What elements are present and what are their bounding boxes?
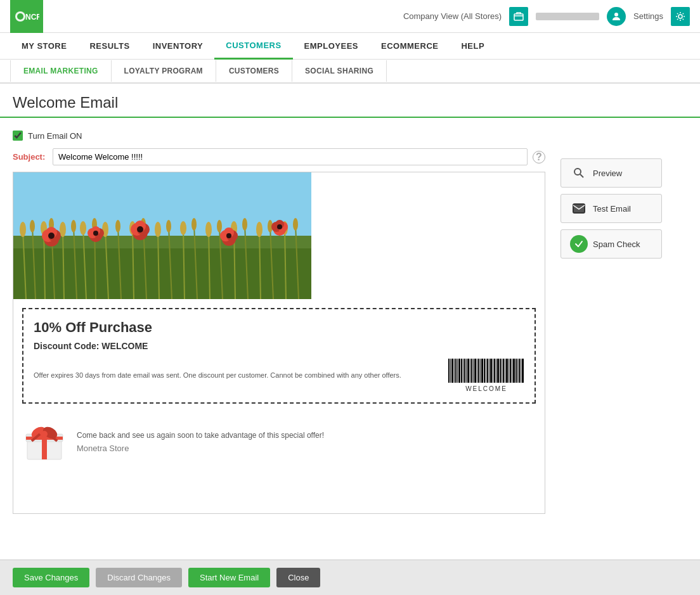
- logo-area: NCR: [10, 0, 43, 33]
- svg-point-49: [205, 222, 212, 237]
- svg-point-52: [242, 218, 247, 231]
- svg-rect-99: [478, 359, 479, 383]
- coupon-details: Offer expires 30 days from date email wa…: [34, 359, 524, 392]
- subnav-customers[interactable]: CUSTOMERS: [216, 60, 292, 82]
- svg-point-33: [20, 222, 26, 237]
- svg-point-46: [166, 220, 171, 233]
- subject-label: Subject:: [13, 152, 48, 162]
- svg-rect-86: [455, 359, 457, 383]
- sub-nav: EMAIL MARKETING LOYALTY PROGRAM CUSTOMER…: [0, 60, 700, 84]
- subject-input[interactable]: [53, 148, 528, 165]
- svg-point-53: [256, 222, 262, 237]
- svg-rect-115: [506, 359, 508, 383]
- svg-point-48: [191, 218, 197, 231]
- barcode-label: WELCOME: [465, 385, 507, 392]
- footer-bar: Save Changes Discard Changes Start New E…: [0, 560, 700, 591]
- coupon-section: 10% Off Purchase Discount Code: WELCOME …: [22, 308, 536, 404]
- svg-rect-119: [513, 359, 515, 383]
- discard-changes-button[interactable]: Discard Changes: [96, 568, 182, 587]
- svg-point-71: [226, 233, 231, 238]
- svg-rect-107: [493, 359, 493, 383]
- username-blurred: [536, 13, 599, 20]
- start-new-email-button[interactable]: Start New Email: [188, 568, 270, 587]
- email-preview-container[interactable]: 10% Off Purchase Discount Code: WELCOME …: [13, 172, 545, 514]
- svg-point-4: [614, 13, 618, 16]
- store-icon-btn[interactable]: [509, 7, 528, 26]
- svg-rect-95: [471, 359, 472, 383]
- svg-rect-3: [514, 14, 523, 20]
- preview-label: Preview: [593, 169, 622, 178]
- toggle-row: Turn Email ON: [13, 131, 545, 141]
- main-nav: MY STORE RESULTS INVENTORY CUSTOMERS EMP…: [0, 33, 700, 60]
- email-editor: Turn Email ON Subject: ?: [13, 131, 545, 514]
- gift-box-image: [22, 419, 67, 463]
- svg-point-47: [180, 221, 186, 235]
- svg-rect-93: [467, 359, 469, 383]
- store-message-area: Come back and see us again soon to take …: [77, 430, 324, 453]
- svg-rect-111: [500, 359, 501, 383]
- svg-rect-102: [484, 359, 485, 383]
- settings-icon-btn[interactable]: [671, 7, 690, 26]
- spam-check-label: Spam Check: [593, 240, 640, 249]
- svg-point-56: [293, 218, 298, 231]
- svg-rect-98: [477, 359, 477, 383]
- ncr-logo: NCR: [10, 0, 43, 33]
- svg-rect-116: [509, 359, 509, 383]
- nav-my-store[interactable]: MY STORE: [10, 34, 78, 58]
- spam-check-button[interactable]: Spam Check: [561, 229, 662, 259]
- nav-help[interactable]: HELP: [450, 34, 496, 58]
- svg-rect-94: [470, 359, 470, 383]
- company-view-label: Company View (All Stores): [403, 11, 502, 21]
- svg-rect-97: [474, 359, 476, 383]
- svg-rect-120: [515, 359, 517, 383]
- svg-rect-112: [502, 359, 502, 383]
- svg-point-5: [678, 15, 682, 18]
- preview-icon: [570, 164, 588, 182]
- svg-rect-106: [490, 359, 492, 383]
- svg-rect-88: [458, 359, 460, 383]
- nav-ecommerce[interactable]: ECOMMERCE: [370, 34, 450, 58]
- svg-rect-100: [480, 359, 481, 383]
- user-icon-btn[interactable]: [607, 7, 626, 26]
- preview-button[interactable]: Preview: [561, 158, 662, 188]
- subnav-email-marketing[interactable]: EMAIL MARKETING: [10, 60, 112, 82]
- nav-inventory[interactable]: INVENTORY: [141, 34, 215, 58]
- svg-point-42: [115, 220, 120, 233]
- save-changes-button[interactable]: Save Changes: [13, 568, 89, 587]
- svg-point-66: [137, 226, 143, 233]
- svg-rect-84: [451, 359, 453, 383]
- svg-rect-85: [454, 359, 455, 383]
- subnav-social-sharing[interactable]: SOCIAL SHARING: [292, 60, 387, 82]
- svg-point-39: [80, 221, 86, 235]
- svg-rect-113: [503, 359, 504, 383]
- svg-rect-121: [517, 359, 518, 383]
- svg-rect-122: [519, 359, 520, 383]
- email-toggle-checkbox[interactable]: [13, 131, 23, 141]
- email-banner-image: [13, 172, 311, 299]
- test-email-button[interactable]: Test Email: [561, 194, 662, 223]
- help-icon[interactable]: ?: [533, 151, 545, 163]
- page-wrapper: Welcome Email Turn Email ON Subject: ?: [0, 84, 700, 591]
- email-preview-inner: 10% Off Purchase Discount Code: WELCOME …: [13, 172, 545, 472]
- svg-point-131: [41, 431, 48, 437]
- svg-rect-109: [496, 359, 496, 383]
- svg-rect-108: [494, 359, 495, 383]
- svg-point-132: [574, 169, 581, 175]
- nav-results[interactable]: RESULTS: [78, 34, 141, 58]
- svg-rect-104: [487, 359, 488, 383]
- settings-label: Settings: [633, 11, 663, 21]
- nav-employees[interactable]: EMPLOYEES: [293, 34, 370, 58]
- coupon-text: Offer expires 30 days from date email wa…: [34, 371, 438, 380]
- svg-point-38: [71, 220, 76, 233]
- top-header: NCR Company View (All Stores) Settings: [0, 0, 700, 33]
- test-email-label: Test Email: [593, 204, 631, 214]
- svg-rect-8: [13, 248, 311, 299]
- subnav-loyalty-program[interactable]: LOYALTY PROGRAM: [112, 60, 216, 82]
- svg-rect-90: [463, 359, 463, 383]
- store-section: Come back and see us again soon to take …: [13, 413, 545, 472]
- nav-customers[interactable]: CUSTOMERS: [214, 33, 292, 60]
- barcode-svg: [448, 359, 524, 384]
- close-button[interactable]: Close: [276, 568, 320, 587]
- svg-rect-101: [481, 359, 483, 383]
- svg-point-50: [217, 220, 222, 233]
